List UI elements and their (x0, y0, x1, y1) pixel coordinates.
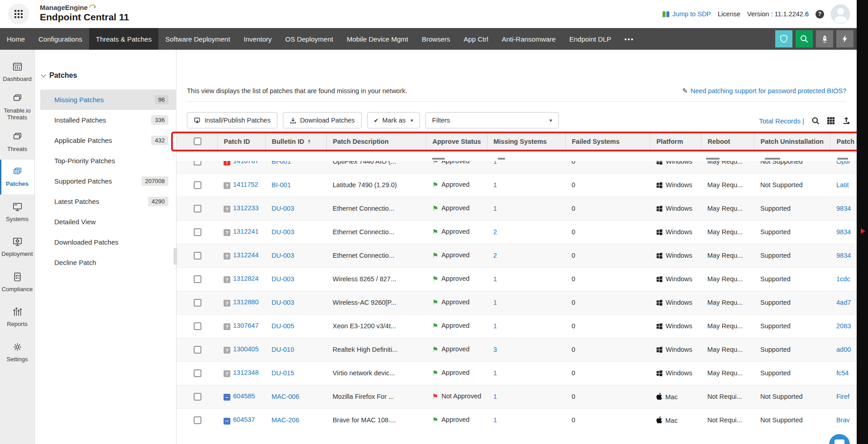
sidebar-section-header[interactable]: Patches (42, 71, 77, 80)
row-checkbox[interactable] (194, 299, 201, 307)
missing-systems-link[interactable]: 1 (493, 369, 497, 377)
missing-systems-link[interactable]: 1 (493, 299, 497, 306)
sidebar-item-applicable-patches[interactable]: Applicable Patches432 (40, 130, 176, 151)
patch-name-link[interactable]: ad00 (836, 346, 851, 353)
mark-as-dropdown[interactable]: ✔ Mark as ▾ (367, 112, 420, 128)
patch-id-link[interactable]: 1312824 (233, 275, 258, 282)
rail-item-deployment[interactable]: Deployment (0, 230, 34, 265)
sidebar-item-installed-patches[interactable]: Installed Patches336 (40, 110, 176, 130)
missing-systems-link[interactable]: 1 (493, 275, 497, 283)
patch-id-link[interactable]: 1312348 (233, 369, 258, 376)
nav-tool-rocket-icon[interactable] (816, 30, 833, 47)
patch-name-link[interactable]: Firef (836, 393, 849, 400)
nav-tool-bolt-icon[interactable] (836, 30, 854, 47)
filters-dropdown[interactable]: Filters ▾ (425, 112, 559, 128)
missing-systems-link[interactable]: 1 (493, 393, 497, 400)
column-header-missing-systems[interactable]: Missing Systems (487, 133, 565, 150)
rail-item-tenable-io-threats[interactable]: Tenable.io Threats (0, 90, 34, 125)
nav-more-button[interactable]: ••• (618, 28, 641, 50)
bulletin-id-link[interactable]: DU-003 (272, 299, 294, 306)
rail-item-reports[interactable]: Reports (0, 300, 34, 335)
sidebar-resize-handle[interactable] (174, 248, 177, 265)
bulletin-id-link[interactable]: BI-001 (272, 181, 291, 189)
nav-tab-inventory[interactable]: Inventory (237, 28, 279, 50)
row-checkbox[interactable] (194, 322, 201, 330)
nav-tab-app-ctrl[interactable]: App Ctrl (457, 28, 495, 50)
table-search-icon[interactable] (811, 117, 820, 125)
bulletin-id-link[interactable]: MAC-206 (272, 416, 299, 424)
column-chooser-icon[interactable] (827, 117, 835, 125)
patch-name-link[interactable]: 4ad7 (836, 299, 851, 306)
column-header-failed-systems[interactable]: Failed Systems (565, 133, 650, 150)
bulletin-id-link[interactable]: DU-015 (272, 369, 294, 377)
patch-id-link[interactable]: 1312880 (233, 298, 258, 306)
sidebar-item-downloaded-patches[interactable]: Downloaded Patches (40, 232, 176, 252)
bulletin-id-link[interactable]: DU-003 (272, 275, 294, 283)
nav-tab-endpoint-dlp[interactable]: Endpoint DLP (563, 28, 618, 50)
header-checkbox[interactable] (194, 137, 201, 145)
row-checkbox[interactable] (194, 181, 201, 189)
patch-name-link[interactable]: fc54 (836, 369, 849, 377)
nav-tab-anti-ransomware[interactable]: Anti-Ransomware (495, 28, 563, 50)
column-header-patch-id[interactable]: Patch ID (217, 133, 265, 150)
patch-name-link[interactable]: 9834 (836, 205, 851, 212)
total-records-link[interactable]: Total Records | (759, 117, 804, 125)
rail-item-threats[interactable]: Threats (0, 124, 34, 160)
sidebar-item-missing-patches[interactable]: Missing Patches96 (40, 90, 176, 110)
nav-tab-configurations[interactable]: Configurations (32, 28, 89, 50)
bios-support-link[interactable]: ✎ Need patching support for password pro… (682, 87, 846, 95)
nav-tool-shield-icon[interactable] (775, 30, 792, 47)
missing-systems-link[interactable]: 1 (493, 205, 497, 212)
bulletin-id-link[interactable]: DU-003 (272, 228, 294, 236)
missing-systems-link[interactable]: 1 (493, 416, 497, 424)
sidebar-item-supported-patches[interactable]: Supported Patches207008 (40, 171, 176, 191)
help-icon[interactable]: ? (816, 10, 824, 19)
app-launcher-button[interactable] (8, 4, 29, 24)
patch-id-link[interactable]: 1312233 (233, 204, 258, 212)
sidebar-item-top-priority-patches[interactable]: Top-Priority Patches (40, 151, 176, 171)
rail-item-compliance[interactable]: Compliance (0, 265, 34, 300)
download-patches-button[interactable]: Download Patches (283, 112, 362, 128)
column-header-platform[interactable]: Platform (650, 133, 701, 150)
row-checkbox[interactable] (194, 275, 201, 283)
row-checkbox[interactable] (194, 252, 201, 260)
bulletin-id-link[interactable]: DU-003 (272, 252, 294, 259)
bulletin-id-link[interactable]: MAC-006 (272, 393, 299, 400)
bulletin-id-link[interactable]: DU-003 (272, 205, 294, 212)
patch-name-link[interactable]: Latit (836, 181, 849, 189)
rail-item-settings[interactable]: Settings (0, 335, 34, 370)
missing-systems-link[interactable]: 3 (493, 346, 497, 353)
patch-id-link[interactable]: 1312244 (233, 251, 258, 259)
patch-id-link[interactable]: 604585 (233, 392, 255, 400)
patch-id-link[interactable]: 1312241 (233, 228, 258, 235)
patch-name-link[interactable]: 1cdc (836, 275, 850, 283)
bulletin-id-link[interactable]: DU-010 (272, 346, 294, 353)
sidebar-item-detailed-view[interactable]: Detailed View (40, 212, 176, 232)
missing-systems-link[interactable]: 2 (493, 252, 497, 259)
row-checkbox[interactable] (194, 416, 201, 424)
nav-tab-os-deployment[interactable]: OS Deployment (278, 28, 340, 50)
nav-tab-threats-patches[interactable]: Threats & Patches (89, 28, 158, 50)
patch-id-link[interactable]: 604537 (233, 416, 255, 423)
patch-name-link[interactable]: 2083 (836, 322, 851, 330)
sort-arrows-icon[interactable]: ▲▼ (307, 139, 311, 145)
sidebar-item-decline-patch[interactable]: Decline Patch (40, 252, 176, 273)
nav-tab-home[interactable]: Home (0, 28, 32, 50)
nav-tab-software-deployment[interactable]: Software Deployment (158, 28, 237, 50)
column-header-patch-name[interactable]: Patch Name (830, 133, 857, 150)
nav-tab-browsers[interactable]: Browsers (415, 28, 457, 50)
row-checkbox[interactable] (194, 228, 201, 236)
column-header-bulletin-id[interactable]: Bulletin ID▲▼ (265, 133, 326, 150)
user-avatar[interactable] (831, 5, 850, 24)
patch-name-link[interactable]: 9834 (836, 228, 851, 236)
row-checkbox[interactable] (194, 393, 201, 401)
patch-id-link[interactable]: 1307647 (233, 322, 258, 329)
patch-name-link[interactable]: Brav (836, 416, 850, 424)
missing-systems-link[interactable]: 1 (493, 181, 497, 189)
export-icon[interactable] (842, 117, 850, 125)
row-checkbox[interactable] (194, 205, 201, 213)
row-checkbox[interactable] (194, 369, 201, 377)
sidebar-item-latest-patches[interactable]: Latest Patches4290 (40, 191, 176, 212)
install-publish-button[interactable]: Install/Publish Patches (187, 112, 277, 128)
rail-item-systems[interactable]: Systems (0, 194, 34, 230)
